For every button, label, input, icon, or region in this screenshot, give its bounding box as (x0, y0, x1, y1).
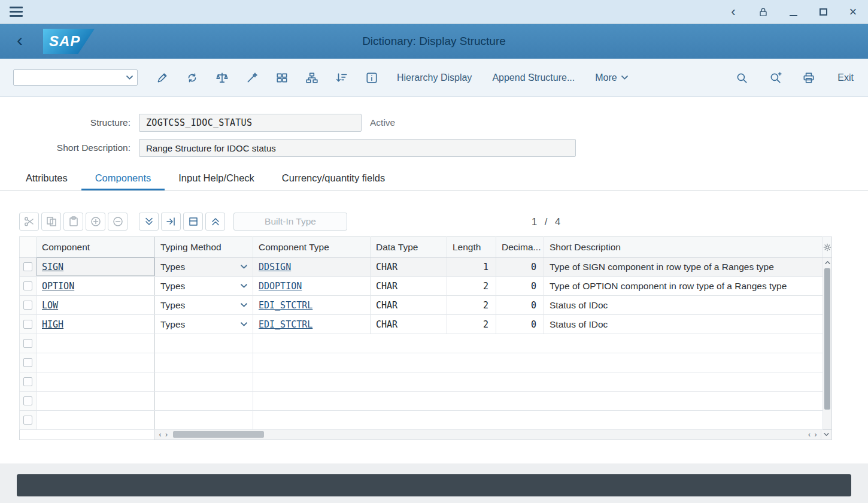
component-link[interactable]: LOW (42, 300, 58, 311)
row-checkbox[interactable] (23, 377, 32, 386)
row-checkbox[interactable] (23, 320, 32, 329)
app-header: ‹ SAP Dictionary: Display Structure (0, 24, 868, 59)
row-checkbox[interactable] (23, 281, 32, 290)
chevron-down-icon (241, 265, 247, 269)
scroll-to-bottom-icon[interactable] (139, 213, 159, 231)
component-link[interactable]: HIGH (42, 319, 63, 330)
copy-icon[interactable] (41, 213, 61, 231)
length-cell: 1 (447, 257, 496, 277)
row-checkbox[interactable] (23, 301, 32, 310)
decimals-cell: 0 (496, 296, 544, 315)
data-type-cell: CHAR (371, 315, 447, 334)
typing-method-select[interactable]: Types (160, 262, 247, 272)
search-icon[interactable] (731, 68, 752, 88)
scroll-down-icon[interactable] (821, 430, 831, 440)
vertical-scrollbar-thumb[interactable] (824, 268, 830, 410)
chevron-down-icon[interactable] (126, 75, 133, 80)
info-icon[interactable] (361, 68, 383, 88)
typing-method-select[interactable]: Types (160, 281, 247, 292)
column-header-short-description[interactable]: Short Description (544, 237, 823, 257)
structure-field[interactable]: ZOGTCSS_IDOC_STATUS (139, 114, 362, 132)
insert-row-icon[interactable] (86, 213, 105, 231)
select-all-header[interactable] (20, 237, 37, 257)
row-checkbox[interactable] (23, 358, 32, 367)
command-field[interactable] (13, 69, 138, 86)
insert-entry-icon[interactable] (161, 213, 181, 231)
tab-input-help-check[interactable]: Input Help/Check (165, 169, 268, 190)
typing-method-select[interactable]: Types (160, 319, 247, 330)
tab-components[interactable]: Components (81, 169, 165, 190)
search-plus-icon[interactable] (764, 68, 786, 88)
print-icon[interactable] (798, 68, 820, 88)
column-header-component-type[interactable]: Component Type (253, 237, 371, 257)
component-type-link[interactable]: DDOPTION (259, 281, 302, 292)
append-structure-button[interactable]: Append Structure... (492, 72, 575, 83)
column-header-data-type[interactable]: Data Type (371, 237, 447, 257)
table-row: SIGN Types DDSIGN CHAR 1 0 Type of SIGN … (20, 257, 823, 277)
column-header-length[interactable]: Length (447, 237, 496, 257)
frozen-column-spacer (20, 430, 155, 440)
sap-gui-window: ‹ × ‹ SAP Dictionary: Display Structure (0, 0, 868, 503)
row-checkbox[interactable] (23, 396, 32, 405)
hierarchy-icon[interactable] (301, 68, 323, 88)
horizontal-scrollbar-thumb[interactable] (173, 431, 264, 438)
append-structure-label: Append Structure... (492, 72, 575, 83)
scroll-right-icon[interactable]: › (165, 431, 168, 438)
row-checkbox[interactable] (23, 262, 32, 271)
navigate-back-icon[interactable]: ‹ (11, 31, 29, 49)
cut-icon[interactable] (19, 213, 39, 231)
scroll-to-top-icon[interactable] (205, 213, 225, 231)
back-icon[interactable]: ‹ (728, 5, 739, 19)
component-type-link[interactable]: DDSIGN (259, 262, 291, 272)
component-link[interactable]: OPTION (42, 281, 74, 292)
main-content: Structure: ZOGTCSS_IDOC_STATUS Active Sh… (0, 97, 868, 463)
chevron-down-icon (241, 284, 247, 289)
check-table-icon[interactable] (271, 68, 293, 88)
vertical-scrollbar[interactable] (823, 237, 832, 430)
short-description-field[interactable]: Range Structure for IDOC status (139, 139, 576, 157)
tab-currency-quantity-fields[interactable]: Currency/quantity fields (268, 169, 399, 190)
minimize-icon[interactable] (788, 5, 799, 19)
horizontal-scrollbar[interactable]: ‹ › ‹ › (19, 430, 832, 440)
length-cell: 2 (447, 315, 496, 334)
typing-method-select[interactable]: Types (160, 300, 247, 311)
paste-icon[interactable] (63, 213, 83, 231)
chevron-down-icon (241, 322, 247, 327)
column-header-component[interactable]: Component (37, 237, 155, 257)
component-type-link[interactable]: EDI_STCTRL (259, 300, 312, 311)
tab-attributes[interactable]: Attributes (12, 169, 81, 190)
scroll-left-icon[interactable]: ‹ (808, 431, 811, 438)
where-used-icon[interactable] (241, 68, 263, 88)
more-button[interactable]: More (595, 72, 627, 83)
scroll-up-icon[interactable] (823, 257, 831, 267)
scroll-left-icon[interactable]: ‹ (159, 431, 162, 438)
column-header-typing-method[interactable]: Typing Method (155, 237, 253, 257)
component-type-link[interactable]: EDI_STCTRL (259, 319, 312, 330)
data-type-cell: CHAR (371, 257, 447, 277)
exit-button[interactable]: Exit (837, 72, 854, 83)
select-entry-icon[interactable] (183, 213, 203, 231)
sort-icon[interactable] (331, 68, 353, 88)
typing-method-value: Types (160, 300, 185, 311)
display-change-icon[interactable] (151, 68, 173, 88)
builtin-type-button[interactable]: Built-In Type (233, 213, 347, 231)
close-icon[interactable]: × (848, 5, 858, 19)
scroll-right-icon[interactable]: › (814, 431, 817, 438)
compare-icon[interactable] (211, 68, 233, 88)
status-active-label: Active (370, 117, 395, 128)
refresh-icon[interactable] (181, 68, 203, 88)
maximize-icon[interactable] (818, 5, 828, 19)
delete-row-icon[interactable] (108, 213, 128, 231)
row-checkbox[interactable] (23, 416, 32, 425)
table-row-empty (20, 372, 823, 392)
menu-icon[interactable] (10, 7, 23, 17)
lock-icon[interactable] (758, 5, 769, 19)
hierarchy-display-button[interactable]: Hierarchy Display (397, 72, 472, 83)
short-description-cell: Status of IDoc (544, 296, 823, 315)
structure-value: ZOGTCSS_IDOC_STATUS (146, 117, 252, 128)
row-checkbox[interactable] (23, 339, 32, 348)
short-description-value: Range Structure for IDOC status (146, 143, 276, 153)
component-link[interactable]: SIGN (42, 262, 63, 272)
column-header-decimals[interactable]: Decima... (496, 237, 544, 257)
table-settings-icon[interactable] (823, 237, 831, 257)
